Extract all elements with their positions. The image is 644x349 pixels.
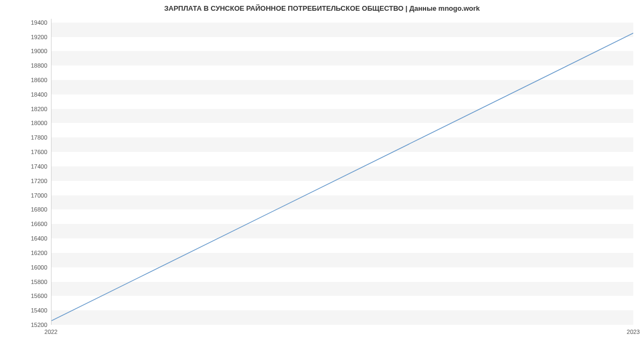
line-series (52, 19, 633, 324)
y-tick-label: 17600 (4, 149, 47, 155)
y-tick-label: 17200 (4, 178, 47, 184)
y-tick-label: 16200 (4, 250, 47, 256)
y-tick-label: 16000 (4, 264, 47, 271)
y-tick-label: 15800 (4, 279, 47, 285)
y-tick-label: 16600 (4, 221, 47, 227)
y-tick-label: 15600 (4, 293, 47, 299)
y-tick-label: 17000 (4, 192, 47, 199)
y-tick-label: 18800 (4, 62, 47, 69)
x-tick-label: 2022 (45, 329, 57, 335)
y-tick-label: 17400 (4, 163, 47, 170)
y-tick-label: 18600 (4, 77, 47, 83)
y-tick-label: 16800 (4, 206, 47, 213)
plot-area (51, 19, 633, 325)
y-tick-label: 19000 (4, 48, 47, 54)
y-tick-label: 15400 (4, 307, 47, 314)
y-tick-label: 15200 (4, 322, 47, 328)
y-tick-label: 16400 (4, 235, 47, 242)
x-tick-label: 2023 (627, 329, 640, 335)
y-tick-label: 18200 (4, 106, 47, 112)
y-tick-label: 17800 (4, 134, 47, 141)
y-tick-label: 18400 (4, 91, 47, 98)
chart-container: ЗАРПЛАТА В СУНСКОЕ РАЙОННОЕ ПОТРЕБИТЕЛЬС… (0, 0, 644, 349)
y-tick-label: 18000 (4, 120, 47, 126)
chart-title: ЗАРПЛАТА В СУНСКОЕ РАЙОННОЕ ПОТРЕБИТЕЛЬС… (0, 4, 644, 12)
series-line (52, 33, 633, 321)
y-tick-label: 19200 (4, 34, 47, 40)
y-tick-label: 19400 (4, 19, 47, 26)
